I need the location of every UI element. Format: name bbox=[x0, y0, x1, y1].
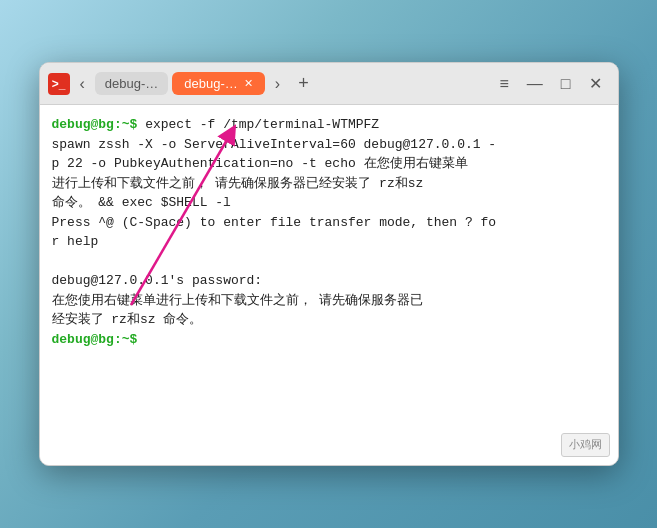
terminal-line-3: p 22 -o PubkeyAuthentication=no -t echo … bbox=[52, 154, 606, 174]
tab-active-label: debug-… bbox=[184, 76, 237, 91]
cmd-1: expect -f /tmp/terminal-WTMPFZ bbox=[145, 117, 379, 132]
prompt-1: debug@bg:~$ bbox=[52, 117, 146, 132]
minimize-button[interactable]: — bbox=[519, 71, 551, 97]
terminal-body[interactable]: debug@bg:~$ expect -f /tmp/terminal-WTMP… bbox=[40, 105, 618, 465]
tab-close-icon[interactable]: ✕ bbox=[244, 77, 253, 90]
terminal-line-2: spawn zssh -X -o ServerAliveInterval=60 … bbox=[52, 135, 606, 155]
forward-button[interactable]: › bbox=[269, 71, 286, 97]
tab-active[interactable]: debug-… ✕ bbox=[172, 72, 264, 95]
terminal-line-11: 经安装了 rz和sz 命令。 bbox=[52, 310, 606, 330]
terminal-line-7: r help bbox=[52, 232, 606, 252]
terminal-line-6: Press ^@ (C-Space) to enter file transfe… bbox=[52, 213, 606, 233]
tab-inactive[interactable]: debug-… bbox=[95, 72, 168, 95]
terminal-line-9: debug@127.0.0.1's password: bbox=[52, 271, 606, 291]
terminal-line-1: debug@bg:~$ expect -f /tmp/terminal-WTMP… bbox=[52, 115, 606, 135]
watermark: 小鸡网 bbox=[561, 433, 610, 458]
add-tab-button[interactable]: + bbox=[290, 71, 317, 96]
window-controls: ≡ — □ ✕ bbox=[491, 70, 609, 97]
titlebar: >_ ‹ debug-… debug-… ✕ › + ≡ — □ ✕ bbox=[40, 63, 618, 105]
terminal-line-8 bbox=[52, 252, 606, 272]
menu-button[interactable]: ≡ bbox=[491, 71, 516, 97]
terminal-line-12: debug@bg:~$ bbox=[52, 330, 606, 350]
terminal-line-4: 进行上传和下载文件之前， 请先确保服务器已经安装了 rz和sz bbox=[52, 174, 606, 194]
terminal-line-10: 在您使用右键菜单进行上传和下载文件之前， 请先确保服务器已 bbox=[52, 291, 606, 311]
terminal-window: >_ ‹ debug-… debug-… ✕ › + ≡ — □ ✕ debug… bbox=[39, 62, 619, 466]
close-button[interactable]: ✕ bbox=[581, 70, 610, 97]
tab-inactive-label: debug-… bbox=[105, 76, 158, 91]
terminal-line-5: 命令。 && exec $SHELL -l bbox=[52, 193, 606, 213]
maximize-button[interactable]: □ bbox=[553, 71, 579, 97]
prompt-2: debug@bg:~$ bbox=[52, 332, 138, 347]
terminal-icon: >_ bbox=[48, 73, 70, 95]
back-button[interactable]: ‹ bbox=[74, 71, 91, 97]
